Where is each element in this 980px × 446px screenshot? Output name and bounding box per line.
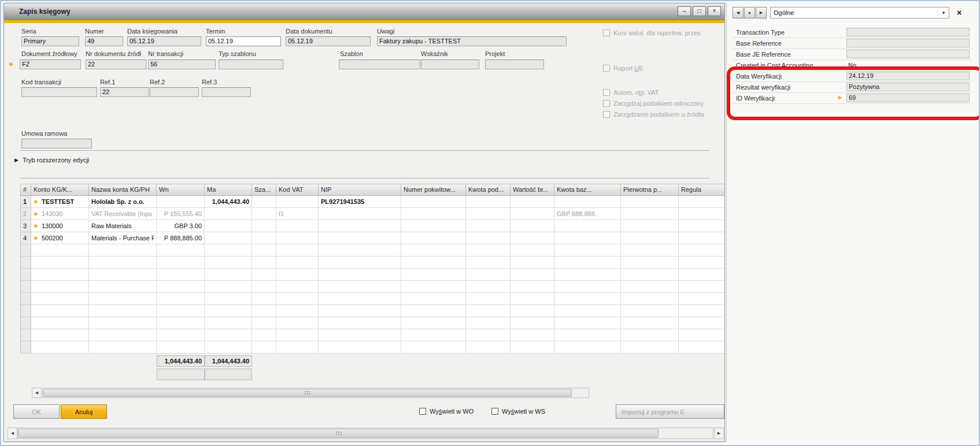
cell-nip[interactable] [319,220,401,232]
cell-wn[interactable]: P 888,885.00 [157,232,205,244]
cell-sza[interactable] [252,257,276,269]
cell-nip[interactable] [319,269,401,281]
cell-reg[interactable] [679,341,724,354]
cell-wn[interactable] [157,305,205,317]
cell-kodvat[interactable]: I1 [276,208,319,220]
cell-nazwa[interactable]: Hololab Sp. z o.o. [89,196,157,208]
cell-nazwa[interactable] [89,317,157,329]
cell-kbaz[interactable] [554,281,621,293]
cell-nazwa[interactable] [89,244,157,257]
cell-kpod[interactable] [466,257,511,269]
cancel-button[interactable]: Anuluj [61,404,107,419]
cell-nazwa[interactable] [89,257,157,269]
cell-wn[interactable] [157,269,205,281]
cell-konto[interactable] [31,305,89,317]
cell-num[interactable] [21,329,31,341]
cell-reg[interactable] [679,196,724,208]
cell-kodvat[interactable] [276,281,319,293]
panel-row-value-field[interactable]: 69 [846,94,970,102]
cell-pokw[interactable] [401,281,466,293]
cell-num[interactable] [21,269,31,281]
checkbox[interactable] [603,100,610,107]
termin-field[interactable]: 05.12.19 [206,36,281,46]
scroll-right-icon[interactable]: ▶ [714,428,724,439]
nav-menu-icon[interactable]: ▼ [744,7,755,18]
cell-nip[interactable] [319,208,401,220]
cell-wbr[interactable] [511,232,554,244]
cell-pokw[interactable] [401,196,466,208]
cell-kpod[interactable] [466,244,511,257]
ok-button[interactable]: OK [13,404,60,419]
cell-sza[interactable] [252,196,276,208]
cell-num[interactable] [21,244,31,257]
cell-wbr[interactable] [511,293,554,305]
nr-dokumentu-zrodl-field[interactable]: 22 [86,60,146,69]
cell-kodvat[interactable] [276,232,319,244]
cell-pierw[interactable] [621,305,679,317]
cell-ma[interactable] [205,341,252,354]
cell-pokw[interactable] [401,232,466,244]
cell-nip[interactable] [319,305,401,317]
cell-pierw[interactable] [621,220,679,232]
cell-kpod[interactable] [466,305,511,317]
cell-pokw[interactable] [401,293,466,305]
cell-pierw[interactable] [621,232,679,244]
cell-pokw[interactable] [401,257,466,269]
cell-konto[interactable] [31,293,89,305]
cell-wn[interactable] [157,196,205,208]
cell-kpod[interactable] [466,208,511,220]
data-ksiegowania-field[interactable]: 05.12.19 [127,36,201,46]
window-hscrollbar-thumb[interactable] [19,429,659,438]
title-bar[interactable]: Zapis księgowy – □ × [4,3,724,20]
close-icon[interactable]: × [708,6,721,16]
cell-pierw[interactable] [621,317,679,329]
cell-kodvat[interactable] [276,305,319,317]
cell-sza[interactable] [252,317,276,329]
cell-konto[interactable] [31,329,89,341]
cell-nazwa[interactable] [89,293,157,305]
uwagi-field[interactable]: Faktury zakupu - TESTTEST [377,36,567,46]
cell-konto[interactable]: ►130000 [31,220,89,232]
cell-pokw[interactable] [401,317,466,329]
cell-kbaz[interactable] [554,269,621,281]
seria-field[interactable]: Primary [21,36,79,46]
cell-kodvat[interactable] [276,244,319,257]
cell-wn[interactable] [157,293,205,305]
cell-num[interactable] [21,257,31,269]
cell-num[interactable] [21,305,31,317]
checkbox[interactable] [603,65,610,72]
cell-nazwa[interactable]: VAT Receivable (Inpu [89,208,157,220]
cell-sza[interactable] [252,305,276,317]
panel-row-value-field[interactable] [846,28,970,36]
cell-pokw[interactable] [401,208,466,220]
cell-ma[interactable] [205,317,252,329]
cell-kbaz[interactable] [554,244,621,257]
cell-ma[interactable] [205,281,252,293]
cell-pierw[interactable] [621,281,679,293]
umowa-ramowa-field[interactable] [21,139,92,148]
expand-section-toggle[interactable]: ▶ Tryb rozszerzony edycji [14,157,89,163]
scroll-left-icon[interactable]: ◀ [8,428,17,439]
cell-ma[interactable] [205,269,252,281]
cell-kodvat[interactable] [276,293,319,305]
cell-kbaz[interactable] [554,257,621,269]
cell-kpod[interactable] [466,317,511,329]
cell-reg[interactable] [679,281,724,293]
cell-num[interactable]: 1 [21,196,31,208]
cell-nazwa[interactable] [89,269,157,281]
cell-kbaz[interactable]: GBP 888,888. [554,208,621,220]
cell-nazwa[interactable]: Materials - Purchase P [89,232,157,244]
cell-wn[interactable] [157,244,205,257]
cell-kbaz[interactable] [554,232,621,244]
cell-pokw[interactable] [401,220,466,232]
cell-nazwa[interactable] [89,341,157,354]
dokument-zrodlowy-field[interactable]: FZ [20,60,81,69]
wskaznik-field[interactable] [421,60,479,69]
cell-nip[interactable] [319,281,401,293]
cell-nazwa[interactable] [89,281,157,293]
numer-field[interactable]: 49 [85,36,123,46]
cell-reg[interactable] [679,257,724,269]
scroll-left-icon[interactable]: ◀ [32,388,42,398]
cell-nazwa[interactable] [89,305,157,317]
maximize-icon[interactable]: □ [693,6,706,16]
